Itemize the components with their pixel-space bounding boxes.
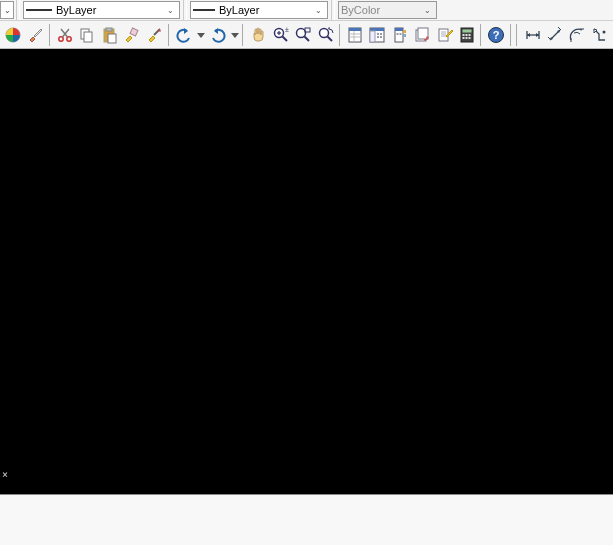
tool-palettes-icon[interactable]	[389, 23, 411, 47]
undo-dropdown[interactable]	[195, 23, 206, 47]
svg-rect-7	[108, 34, 116, 43]
arc-length-icon[interactable]	[566, 23, 588, 47]
svg-rect-26	[370, 31, 375, 42]
separator	[339, 24, 342, 46]
sheet-set-icon[interactable]	[411, 23, 433, 47]
cursor-marker: ×	[2, 469, 8, 480]
svg-rect-27	[377, 33, 379, 35]
aligned-dimension-icon[interactable]	[544, 23, 566, 47]
drawing-viewport[interactable]: ×	[0, 49, 613, 494]
lineweight-swatch	[193, 9, 215, 11]
design-center-icon[interactable]	[366, 23, 388, 47]
separator	[516, 24, 519, 46]
match-properties-icon[interactable]	[143, 23, 165, 47]
linetype-swatch	[26, 9, 52, 11]
svg-rect-41	[463, 29, 472, 32]
svg-rect-33	[403, 30, 406, 33]
svg-rect-47	[469, 37, 471, 39]
svg-rect-44	[469, 34, 471, 36]
svg-rect-35	[396, 33, 398, 35]
separator	[242, 24, 245, 46]
svg-rect-43	[466, 34, 468, 36]
svg-rect-42	[463, 34, 465, 36]
separator	[510, 24, 513, 46]
svg-rect-32	[395, 28, 403, 31]
svg-rect-29	[377, 36, 379, 38]
linetype-dropdown[interactable]: ByLayer ⌄	[23, 1, 180, 19]
svg-line-10	[282, 36, 287, 41]
svg-text:?: ?	[493, 29, 500, 41]
redo-button[interactable]	[207, 23, 229, 47]
lineweight-dropdown[interactable]: ByLayer ⌄	[190, 1, 328, 19]
svg-rect-34	[403, 34, 406, 37]
svg-rect-46	[466, 37, 468, 39]
ordinate-dimension-icon[interactable]	[589, 23, 611, 47]
brush-icon[interactable]	[24, 23, 46, 47]
svg-rect-6	[106, 28, 112, 31]
properties-bar: ⌄ ByLayer ⌄ ByLayer ⌄ ByColor ⌄	[0, 0, 613, 21]
standard-toolbar: ±	[0, 21, 613, 49]
chevron-down-icon: ⌄	[163, 6, 177, 15]
separator	[480, 24, 483, 46]
zoom-window-icon[interactable]	[292, 23, 314, 47]
chevron-down-icon: ⌄	[420, 6, 434, 15]
linear-dimension-icon[interactable]	[521, 23, 543, 47]
svg-rect-45	[463, 37, 465, 39]
svg-point-17	[319, 28, 328, 37]
help-icon[interactable]: ?	[485, 23, 507, 47]
svg-line-55	[558, 27, 561, 30]
zoom-previous-icon[interactable]	[314, 23, 336, 47]
paint-format-icon[interactable]	[121, 23, 143, 47]
svg-line-15	[305, 36, 310, 41]
svg-rect-8	[130, 28, 138, 36]
separator	[331, 0, 335, 20]
svg-rect-4	[84, 32, 92, 42]
separator	[183, 0, 187, 20]
svg-point-2	[67, 36, 71, 40]
properties-palette-icon[interactable]	[344, 23, 366, 47]
separator	[49, 24, 52, 46]
svg-text:±: ±	[285, 26, 289, 33]
plotstyle-label: ByColor	[341, 4, 420, 16]
markup-icon[interactable]	[433, 23, 455, 47]
calculator-icon[interactable]	[456, 23, 478, 47]
separator	[168, 24, 171, 46]
svg-rect-20	[349, 28, 361, 31]
command-line[interactable]	[0, 494, 613, 545]
svg-point-58	[602, 30, 605, 33]
plotstyle-dropdown[interactable]: ByColor ⌄	[338, 1, 437, 19]
undo-button[interactable]	[173, 23, 195, 47]
cut-icon[interactable]	[54, 23, 76, 47]
svg-line-18	[327, 36, 332, 41]
svg-rect-28	[380, 33, 382, 35]
copy-icon[interactable]	[76, 23, 98, 47]
svg-rect-30	[380, 36, 382, 38]
svg-rect-36	[399, 33, 401, 35]
chevron-down-icon: ⌄	[311, 6, 325, 15]
svg-point-1	[59, 36, 63, 40]
linetype-label: ByLayer	[56, 4, 163, 16]
paste-icon[interactable]	[99, 23, 121, 47]
pan-icon[interactable]	[247, 23, 269, 47]
zoom-realtime-icon[interactable]: ±	[270, 23, 292, 47]
leading-dropdown-caret[interactable]: ⌄	[0, 1, 14, 19]
redo-dropdown[interactable]	[229, 23, 240, 47]
lineweight-label: ByLayer	[219, 4, 311, 16]
color-wheel-icon[interactable]	[2, 23, 24, 47]
svg-point-14	[297, 28, 306, 37]
separator	[16, 0, 20, 20]
